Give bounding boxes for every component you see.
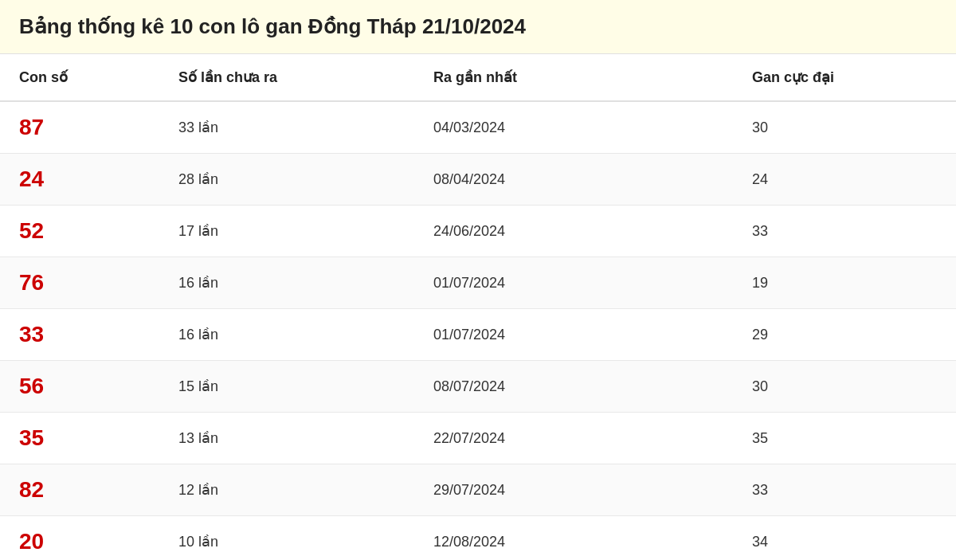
col-header-ra-gan-nhat: Ra gần nhất xyxy=(414,54,733,101)
table-header: Con số Số lần chưa ra Ra gần nhất Gan cự… xyxy=(0,54,956,101)
cell-con-so: 35 xyxy=(0,413,159,464)
cell-ra-gan-nhat: 12/08/2024 xyxy=(414,516,733,561)
cell-ra-gan-nhat: 01/07/2024 xyxy=(414,257,733,309)
cell-gan-cuc-dai: 33 xyxy=(733,206,956,257)
table-row: 2428 lần08/04/202424 xyxy=(0,154,956,206)
cell-con-so: 52 xyxy=(0,206,159,257)
col-header-so-lan: Số lần chưa ra xyxy=(159,54,414,101)
cell-con-so: 87 xyxy=(0,101,159,154)
cell-ra-gan-nhat: 29/07/2024 xyxy=(414,464,733,516)
cell-gan-cuc-dai: 19 xyxy=(733,257,956,309)
table-body: 8733 lần04/03/2024302428 lần08/04/202424… xyxy=(0,101,956,560)
cell-con-so: 56 xyxy=(0,361,159,413)
cell-gan-cuc-dai: 30 xyxy=(733,361,956,413)
con-so-value: 87 xyxy=(19,115,44,139)
con-so-value: 76 xyxy=(19,270,44,295)
table-row: 7616 lần01/07/202419 xyxy=(0,257,956,309)
cell-gan-cuc-dai: 34 xyxy=(733,516,956,561)
table-row: 5615 lần08/07/202430 xyxy=(0,361,956,413)
cell-con-so: 82 xyxy=(0,464,159,516)
cell-ra-gan-nhat: 01/07/2024 xyxy=(414,309,733,361)
con-so-value: 24 xyxy=(19,166,44,191)
table-row: 2010 lần12/08/202434 xyxy=(0,516,956,561)
cell-so-lan: 33 lần xyxy=(159,101,414,154)
cell-so-lan: 10 lần xyxy=(159,516,414,561)
table-row: 3513 lần22/07/202435 xyxy=(0,413,956,464)
table-row: 3316 lần01/07/202429 xyxy=(0,309,956,361)
con-so-value: 33 xyxy=(19,322,44,347)
cell-gan-cuc-dai: 33 xyxy=(733,464,956,516)
con-so-value: 56 xyxy=(19,374,44,398)
cell-ra-gan-nhat: 22/07/2024 xyxy=(414,413,733,464)
page-wrapper: Bảng thống kê 10 con lô gan Đồng Tháp 21… xyxy=(0,0,956,560)
cell-so-lan: 16 lần xyxy=(159,309,414,361)
con-so-value: 82 xyxy=(19,477,44,502)
cell-so-lan: 15 lần xyxy=(159,361,414,413)
header-row: Con số Số lần chưa ra Ra gần nhất Gan cự… xyxy=(0,54,956,101)
cell-gan-cuc-dai: 30 xyxy=(733,101,956,154)
cell-so-lan: 16 lần xyxy=(159,257,414,309)
con-so-value: 52 xyxy=(19,218,44,243)
title-bar: Bảng thống kê 10 con lô gan Đồng Tháp 21… xyxy=(0,0,956,54)
table-row: 5217 lần24/06/202433 xyxy=(0,206,956,257)
con-so-value: 35 xyxy=(19,425,44,450)
cell-gan-cuc-dai: 35 xyxy=(733,413,956,464)
cell-con-so: 20 xyxy=(0,516,159,561)
cell-ra-gan-nhat: 08/04/2024 xyxy=(414,154,733,206)
cell-so-lan: 13 lần xyxy=(159,413,414,464)
cell-ra-gan-nhat: 04/03/2024 xyxy=(414,101,733,154)
cell-gan-cuc-dai: 24 xyxy=(733,154,956,206)
cell-ra-gan-nhat: 24/06/2024 xyxy=(414,206,733,257)
con-so-value: 20 xyxy=(19,529,44,554)
main-table: Con số Số lần chưa ra Ra gần nhất Gan cự… xyxy=(0,54,956,560)
cell-con-so: 24 xyxy=(0,154,159,206)
page-title: Bảng thống kê 10 con lô gan Đồng Tháp 21… xyxy=(19,14,937,39)
cell-so-lan: 28 lần xyxy=(159,154,414,206)
col-header-gan-cuc-dai: Gan cực đại xyxy=(733,54,956,101)
table-row: 8212 lần29/07/202433 xyxy=(0,464,956,516)
table-row: 8733 lần04/03/202430 xyxy=(0,101,956,154)
col-header-con-so: Con số xyxy=(0,54,159,101)
cell-so-lan: 12 lần xyxy=(159,464,414,516)
cell-ra-gan-nhat: 08/07/2024 xyxy=(414,361,733,413)
cell-con-so: 33 xyxy=(0,309,159,361)
cell-con-so: 76 xyxy=(0,257,159,309)
cell-so-lan: 17 lần xyxy=(159,206,414,257)
cell-gan-cuc-dai: 29 xyxy=(733,309,956,361)
